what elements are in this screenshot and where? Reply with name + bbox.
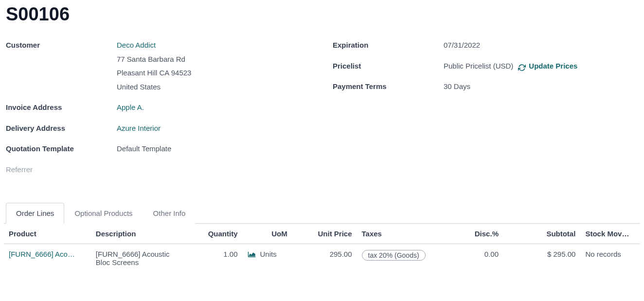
- order-lines-table-wrapper: Product Description Quantity UoM Unit Pr…: [4, 224, 640, 273]
- info-col-left: Customer Deco Addict 77 Santa Barbara Rd…: [6, 38, 313, 183]
- forecast-chart-icon[interactable]: [248, 251, 256, 258]
- cell-quantity[interactable]: 1.00: [178, 244, 243, 273]
- th-uom[interactable]: UoM: [243, 224, 292, 244]
- th-taxes[interactable]: Taxes: [357, 224, 444, 244]
- tabs: Order Lines Optional Products Other Info: [4, 203, 640, 224]
- delivery-address-label: Delivery Address: [6, 122, 117, 136]
- customer-address-line3: United States: [117, 80, 191, 94]
- tab-order-lines[interactable]: Order Lines: [6, 203, 64, 224]
- expiration-label: Expiration: [333, 38, 444, 53]
- pricelist-value[interactable]: Public Pricelist (USD): [444, 59, 513, 73]
- invoice-address-link[interactable]: Apple A.: [117, 101, 144, 115]
- customer-address-line2: Pleasant Hill CA 94523: [117, 66, 191, 80]
- cell-stock-moves: No records: [580, 244, 640, 273]
- update-prices-label: Update Prices: [529, 59, 577, 73]
- table-row[interactable]: [FURN_6666] Aco… [FURN_6666] Acoustic Bl…: [4, 244, 640, 273]
- product-link[interactable]: [FURN_6666] Aco…: [9, 250, 86, 258]
- cell-subtotal: $ 295.00: [503, 244, 580, 273]
- refresh-icon: [518, 62, 526, 70]
- info-grid: Customer Deco Addict 77 Santa Barbara Rd…: [4, 38, 640, 183]
- cell-uom[interactable]: Units: [260, 250, 277, 258]
- th-product[interactable]: Product: [4, 224, 91, 244]
- delivery-address-link[interactable]: Azure Interior: [117, 122, 161, 136]
- order-lines-table: Product Description Quantity UoM Unit Pr…: [4, 224, 640, 273]
- th-quantity[interactable]: Quantity: [178, 224, 243, 244]
- th-stock-moves[interactable]: Stock Mov…: [580, 224, 640, 244]
- payment-terms-label: Payment Terms: [333, 80, 444, 94]
- page-title: S00106: [4, 4, 640, 25]
- tab-other-info[interactable]: Other Info: [143, 203, 196, 224]
- quotation-template-label: Quotation Template: [6, 142, 117, 156]
- th-subtotal[interactable]: Subtotal: [503, 224, 580, 244]
- cell-unit-price[interactable]: 295.00: [292, 244, 357, 273]
- info-col-right: Expiration 07/31/2022 Pricelist Public P…: [333, 38, 640, 183]
- cell-description[interactable]: [FURN_6666] Acoustic Bloc Screens: [91, 244, 178, 273]
- payment-terms-value[interactable]: 30 Days: [444, 80, 470, 94]
- customer-name-link[interactable]: Deco Addict: [117, 38, 191, 53]
- customer-label: Customer: [6, 38, 117, 53]
- customer-value-block: Deco Addict 77 Santa Barbara Rd Pleasant…: [117, 38, 191, 94]
- invoice-address-label: Invoice Address: [6, 101, 117, 115]
- th-unit-price[interactable]: Unit Price: [292, 224, 357, 244]
- cell-disc[interactable]: 0.00: [444, 244, 503, 273]
- referrer-label: Referrer: [6, 163, 117, 177]
- customer-address-line1: 77 Santa Barbara Rd: [117, 53, 191, 67]
- th-description[interactable]: Description: [91, 224, 178, 244]
- update-prices-button[interactable]: Update Prices: [518, 59, 577, 73]
- tab-optional-products[interactable]: Optional Products: [64, 203, 143, 224]
- pricelist-label: Pricelist: [333, 59, 444, 73]
- quotation-template-value[interactable]: Default Template: [117, 142, 171, 156]
- expiration-value[interactable]: 07/31/2022: [444, 38, 480, 53]
- th-disc[interactable]: Disc.%: [444, 224, 503, 244]
- tax-badge[interactable]: tax 20% (Goods): [362, 250, 426, 261]
